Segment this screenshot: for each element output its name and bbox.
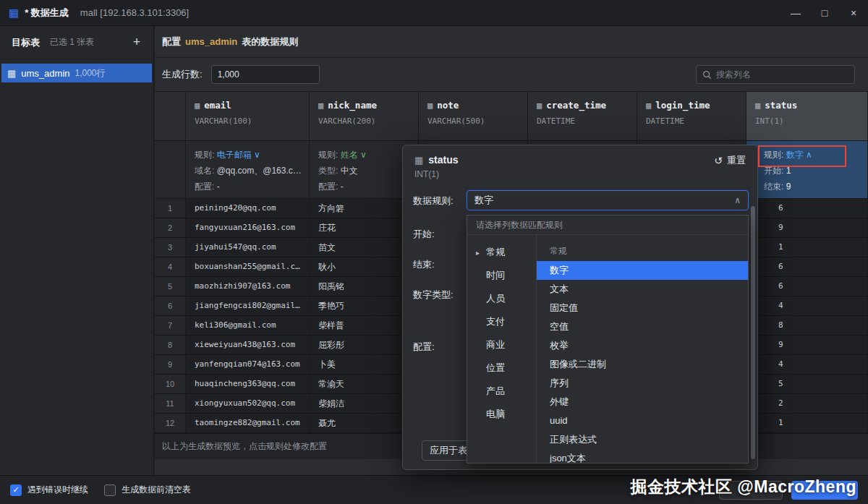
- column-name: status: [765, 100, 797, 111]
- cell-email[interactable]: huaqincheng363@qq.com: [186, 375, 310, 394]
- config-label: 配置:: [318, 181, 338, 192]
- rule-category-label: 电脑: [486, 408, 505, 421]
- rule-option-序列[interactable]: 序列: [537, 374, 748, 393]
- cell-email[interactable]: peining420@qq.com: [186, 199, 310, 218]
- row-number: 7: [155, 316, 186, 336]
- truncate-before-generate-checkbox[interactable]: [104, 484, 116, 496]
- cell-email[interactable]: jiangfengcai802@gmail…: [186, 296, 310, 316]
- cell-email[interactable]: yanfengqian074@163.com: [186, 355, 310, 375]
- sidebar-item-ums-admin[interactable]: ▦ ums_admin 1,000行: [1, 64, 152, 82]
- rule-option-图像或二进制[interactable]: 图像或二进制: [537, 355, 748, 374]
- cell-status[interactable]: 4: [746, 296, 868, 316]
- start-value: 1: [786, 166, 791, 176]
- column-header-status[interactable]: ▦status INT(1): [746, 92, 868, 141]
- rule-option-空值[interactable]: 空值: [537, 317, 748, 336]
- column-header-create-time[interactable]: ▦create_time DATETIME: [528, 92, 637, 141]
- reset-button[interactable]: ↺ 重置: [714, 154, 746, 167]
- rule-cell-status[interactable]: 规则: 数字 ∧ 开始: 1 结束: 9: [746, 141, 868, 199]
- cell-email[interactable]: fangyuxuan216@163.com: [186, 218, 310, 238]
- rule-category-商业[interactable]: 商业: [467, 333, 536, 356]
- column-header-nick-name[interactable]: ▦nick_name VARCHAR(200): [310, 92, 419, 141]
- target-tables-title: 目标表: [12, 36, 40, 49]
- cell-status[interactable]: 2: [746, 394, 868, 414]
- cell-status[interactable]: 6: [746, 277, 868, 296]
- column-search-box[interactable]: [696, 65, 855, 84]
- row-count-input[interactable]: [211, 65, 320, 84]
- cell-email[interactable]: maozhizhi907@163.com: [186, 277, 310, 296]
- dialog-header: ▦ status ↺ 重置: [403, 145, 757, 167]
- row-number: 4: [155, 257, 186, 277]
- rule-option-外键[interactable]: 外键: [537, 393, 748, 411]
- maximize-button[interactable]: □: [810, 0, 839, 26]
- column-search-input[interactable]: [716, 69, 848, 80]
- continue-on-error-checkbox[interactable]: ✓: [10, 484, 22, 496]
- rule-group-label: 常规: [537, 241, 748, 261]
- row-number: 3: [155, 238, 186, 257]
- window-controls: — □ ×: [781, 0, 868, 26]
- rule-option-正则表达式[interactable]: 正则表达式: [537, 430, 748, 449]
- start-field-label: 开始:: [413, 228, 435, 241]
- rule-category-label: 位置: [486, 362, 505, 375]
- rule-option-文本[interactable]: 文本: [537, 280, 748, 299]
- column-header-email[interactable]: ▦email VARCHAR(100): [186, 92, 310, 141]
- data-rule-select[interactable]: 数字 ∧: [467, 190, 749, 210]
- cell-email[interactable]: boxuanshan255@gmail.c…: [186, 257, 310, 277]
- cell-email[interactable]: xiongyuxuan502@qq.com: [186, 394, 310, 414]
- rule-item-list: 常规 数字文本固定值空值枚举图像或二进制序列外键uuid正则表达式json文本: [537, 235, 748, 463]
- cell-email[interactable]: taomingze882@gmail.com: [186, 414, 310, 433]
- cell-status[interactable]: 9: [746, 336, 868, 355]
- rule-option-数字[interactable]: 数字: [537, 261, 748, 280]
- data-rule-label: 数据规则:: [413, 195, 454, 208]
- row-number: 9: [155, 355, 186, 375]
- selected-count-label: 已选 1 张表: [50, 36, 94, 48]
- rule-category-label: 常规: [486, 246, 505, 259]
- cell-email[interactable]: keli306@gmail.com: [186, 316, 310, 336]
- rule-option-uuid[interactable]: uuid: [537, 411, 748, 430]
- rule-category-人员[interactable]: 人员: [467, 287, 536, 310]
- rule-category-时间[interactable]: 时间: [467, 264, 536, 287]
- close-button[interactable]: ×: [839, 0, 868, 26]
- start-label: 开始:: [764, 166, 783, 176]
- end-label: 结束:: [764, 181, 783, 192]
- rule-category-产品[interactable]: 产品: [467, 380, 536, 403]
- column-icon: ▦: [318, 101, 323, 111]
- config-table-name: ums_admin: [185, 36, 237, 47]
- rule-value[interactable]: 电子邮箱: [217, 150, 252, 160]
- rule-cell-email[interactable]: 规则: 电子邮箱 ∨ 域名: @qq.com、@163.c… 配置: -: [186, 141, 310, 199]
- cell-status[interactable]: 5: [746, 375, 868, 394]
- column-header-note[interactable]: ▦note VARCHAR(500): [419, 92, 528, 141]
- cell-status[interactable]: 9: [746, 218, 868, 238]
- cell-status[interactable]: 6: [746, 257, 868, 277]
- column-icon: ▦: [427, 101, 433, 111]
- rule-category-label: 产品: [486, 385, 505, 398]
- rule-category-电脑[interactable]: 电脑: [467, 403, 536, 426]
- rule-category-支付[interactable]: 支付: [467, 310, 536, 333]
- add-table-button[interactable]: +: [129, 35, 145, 50]
- cell-status[interactable]: 6: [746, 199, 868, 218]
- rules-gutter: [155, 141, 186, 199]
- cell-status[interactable]: 1: [746, 414, 868, 433]
- cell-email[interactable]: jiyahui547@qq.com: [186, 238, 310, 257]
- column-type: DATETIME: [537, 116, 628, 126]
- cell-status[interactable]: 1: [746, 238, 868, 257]
- rule-category-label: 支付: [486, 315, 505, 328]
- end-field-label: 结束:: [413, 258, 435, 271]
- rule-option-固定值[interactable]: 固定值: [537, 299, 748, 317]
- apply-to-table-label: 应用于表: [430, 444, 467, 457]
- row-count-label: 生成行数:: [162, 68, 203, 81]
- domain-label: 域名:: [195, 166, 214, 176]
- cell-status[interactable]: 8: [746, 316, 868, 336]
- table-icon: ▦: [7, 68, 16, 79]
- minimize-button[interactable]: —: [781, 0, 810, 26]
- column-name: note: [437, 100, 459, 111]
- column-header-login-time[interactable]: ▦login_time DATETIME: [637, 92, 746, 141]
- rule-value[interactable]: 姓名: [341, 150, 358, 160]
- rule-category-常规[interactable]: ▸常规: [467, 241, 536, 264]
- rule-option-json文本[interactable]: json文本: [537, 449, 748, 463]
- cell-status[interactable]: 4: [746, 355, 868, 375]
- cell-email[interactable]: xieweiyuan438@163.com: [186, 336, 310, 355]
- dialog-scrollbar[interactable]: [751, 206, 755, 459]
- rule-category-位置[interactable]: 位置: [467, 356, 536, 380]
- column-rule-dialog: ▦ status ↺ 重置 INT(1) 数据规则: 数字 ∧ 开始: 结束: …: [402, 145, 758, 470]
- rule-option-枚举[interactable]: 枚举: [537, 336, 748, 355]
